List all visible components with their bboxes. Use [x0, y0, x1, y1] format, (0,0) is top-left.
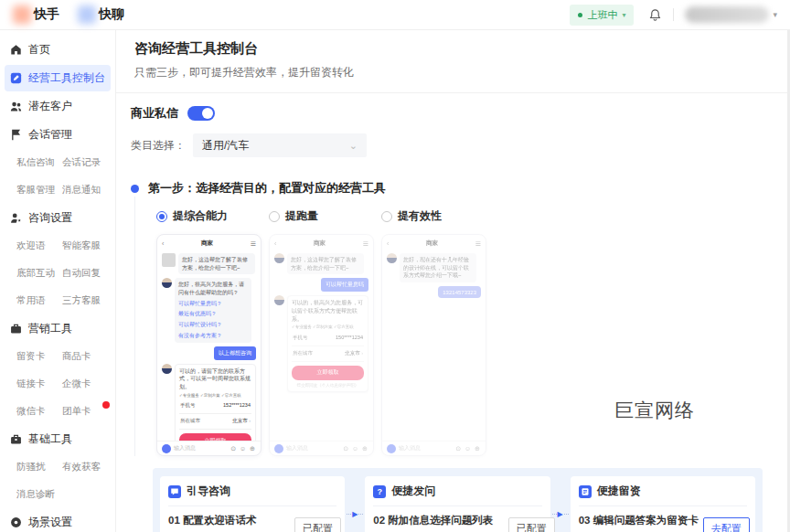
phone-field[interactable]: 手机号 150****1234: [292, 331, 364, 346]
business-dm-toggle[interactable]: [187, 106, 215, 121]
sidebar-subitem[interactable]: 链接卡: [16, 370, 62, 398]
ask-all-button[interactable]: 以上都想咨询: [214, 346, 256, 360]
sidebar-subitem[interactable]: 消息诊断: [16, 481, 62, 508]
chat-input-bar[interactable]: 输入消息 ⊙ ☺ ⊕: [270, 441, 373, 455]
step-arrow-connector: ▶: [345, 510, 365, 518]
phone-field[interactable]: 手机号 152****1234: [179, 399, 251, 414]
sidebar-subitem[interactable]: 有效获客: [62, 453, 110, 481]
sidebar-subitem[interactable]: 欢迎语: [16, 232, 62, 260]
brand-kuailiao[interactable]: 快聊: [59, 5, 124, 24]
sidebar-item-home[interactable]: 首页: [0, 36, 115, 64]
question-link[interactable]: 可以帮忙设计吗？: [178, 321, 248, 329]
chat-input-bar[interactable]: 输入消息 ⊙ ☺ ⊕: [382, 441, 486, 455]
sidebar-item-label: 咨询设置: [28, 210, 72, 226]
city-field[interactable]: 所在城市 北京市 ›: [179, 414, 251, 430]
chat-input-bar[interactable]: 输入消息 ⊙ ☺ ⊕: [157, 441, 261, 455]
question-links: 可以帮忙量房吗？ 最近有优惠吗？ 可以帮忙设计吗？ 有没有参考方案？: [178, 300, 248, 340]
sidebar-item-session-management[interactable]: 会话管理: [0, 121, 115, 149]
radio-label: 提综合能力: [173, 208, 228, 224]
sidebar-subitem[interactable]: 消息通知: [62, 176, 110, 204]
configured-button[interactable]: 已配置: [294, 517, 341, 532]
back-icon: ‹: [274, 240, 276, 247]
chat-input-icons: ⊙ ☺ ⊕: [455, 445, 481, 452]
chat-merchant-title: 商家: [314, 239, 326, 248]
kuailiao-logo-icon: [78, 5, 96, 24]
chevron-down-icon: ▾: [622, 11, 625, 19]
sidebar-subitem[interactable]: 自动回复: [62, 260, 110, 287]
chat-merchant-title: 商家: [426, 239, 438, 248]
radio-effectiveness[interactable]: 提有效性: [381, 208, 494, 224]
question-link[interactable]: 最近有优惠吗？: [178, 310, 248, 318]
radio-volume[interactable]: 提跑量: [269, 208, 381, 224]
sidebar-item-scene-settings[interactable]: 场景设置: [0, 508, 115, 532]
agent-avatar: [274, 295, 284, 305]
brand-kuaishou[interactable]: 快手: [13, 5, 59, 24]
sidebar-subitem[interactable]: 私信咨询: [16, 149, 62, 176]
sidebar: 首页 经营工具控制台 潜在客户 会话管理 私信咨询 会话记录 客服管理 消息通知…: [0, 30, 116, 532]
sidebar-subitem[interactable]: 底部互动: [16, 260, 62, 287]
page-content: 商业私信 类目选择： 通用/汽车 ⌄ 第一步：选择经营目的，配置对应的经营工具: [116, 93, 790, 532]
category-select[interactable]: 通用/汽车 ⌄: [193, 133, 367, 157]
user-avatar[interactable]: [685, 6, 769, 23]
sidebar-subitem[interactable]: 客服管理: [16, 176, 62, 204]
flag-icon: [10, 129, 22, 141]
sidebar-subitem[interactable]: 留资卡: [16, 343, 62, 370]
field-value: 北京市: [345, 350, 360, 356]
sidebar-subitem[interactable]: 微信卡: [16, 398, 62, 425]
sidebar-subitem-tuandan[interactable]: 团单卡: [62, 398, 110, 425]
claim-button[interactable]: 立即领取: [179, 433, 251, 441]
work-status-dropdown[interactable]: 上班中 ▾: [570, 5, 634, 26]
city-field[interactable]: 所在城市 北京市 ›: [292, 346, 364, 362]
sidebar-subitem[interactable]: 会话记录: [62, 149, 110, 176]
new-badge: [102, 401, 110, 409]
sidebar-subitem-label: 团单卡: [62, 405, 91, 416]
claim-button[interactable]: 立即领取: [292, 366, 364, 380]
field-value: 150****1234: [336, 335, 363, 342]
sidebar-item-consult-settings[interactable]: 咨询设置: [0, 204, 115, 232]
page-title: 咨询经营工具控制台: [134, 40, 772, 58]
sidebar-item-marketing-tools[interactable]: 营销工具: [0, 314, 115, 343]
users-icon: [10, 101, 22, 112]
question-link[interactable]: 可以帮忙量房吗？: [178, 300, 248, 308]
lead-card-icon: [579, 485, 592, 498]
sidebar-item-label: 潜在客户: [28, 99, 72, 114]
main-panel: 咨询经营工具控制台 只需三步，即可提升经营效率，提升留资转化 商业私信 类目选择…: [116, 30, 790, 532]
sidebar-item-tool-console[interactable]: 经营工具控制台: [5, 65, 111, 91]
chat-merchant-title: 商家: [201, 239, 213, 248]
brand-kuailiao-label: 快聊: [99, 6, 124, 23]
sidebar-subitem[interactable]: 商品卡: [62, 343, 110, 370]
user-menu-chevron-icon[interactable]: ▾: [773, 10, 777, 19]
sidebar-subitem[interactable]: 三方客服: [62, 287, 110, 314]
service-options: ✓专业服务 ✓定制方案 ✓官方直联: [179, 393, 251, 399]
toggle-knob: [202, 108, 213, 119]
sidebar-subitem[interactable]: 防骚扰: [16, 453, 62, 481]
field-label: 手机号: [180, 402, 196, 410]
question-link[interactable]: 有没有参考方案？: [178, 332, 248, 340]
camera-icon: [387, 444, 396, 453]
sidebar-item-potential-customers[interactable]: 潜在客户: [0, 92, 115, 121]
camera-icon: [162, 444, 171, 453]
user-question-button[interactable]: 可以帮忙量房吗: [321, 278, 368, 292]
sidebar-subitem[interactable]: 常用语: [16, 287, 62, 314]
card-quick-lead: 便捷留资 03 编辑问题答案为留资卡 引导用户，快速填写留资信息 去配置: [571, 476, 755, 532]
card-title: 引导咨询: [187, 484, 230, 499]
card-title: 便捷留资: [597, 484, 641, 499]
sidebar-item-label: 经营工具控制台: [28, 70, 105, 86]
category-value: 通用/汽车: [202, 138, 249, 154]
arrow-right-icon: ▶: [558, 510, 563, 518]
card-step-title: 02 附加信息选择问题列表: [373, 514, 504, 527]
chevron-right-icon: ›: [249, 418, 251, 423]
card-step-title: 01 配置欢迎语话术: [168, 514, 290, 527]
chat-message: 您好，很高兴为您服务，请问有什么能帮助您的吗？ 可以帮忙量房吗？ 最近有优惠吗？…: [175, 278, 251, 342]
radio-comprehensive[interactable]: 提综合能力: [156, 208, 269, 224]
chat-input-icons: ⊙ ☺ ⊕: [343, 445, 368, 452]
sidebar-subitem[interactable]: 智能客服: [62, 232, 110, 260]
configured-button[interactable]: 已配置: [508, 517, 555, 532]
go-configure-button[interactable]: 去配置: [703, 517, 750, 532]
marketing-tools-subitems: 留资卡 商品卡 链接卡 企微卡 微信卡 团单卡: [0, 343, 115, 425]
notification-bell-icon[interactable]: [648, 8, 662, 22]
chat-message: 您好，这边帮您了解了装修方案，给您介绍一下吧~: [287, 253, 364, 274]
sidebar-item-basic-tools[interactable]: 基础工具: [0, 425, 115, 453]
field-label: 手机号: [293, 335, 308, 342]
sidebar-subitem[interactable]: 企微卡: [62, 370, 110, 398]
